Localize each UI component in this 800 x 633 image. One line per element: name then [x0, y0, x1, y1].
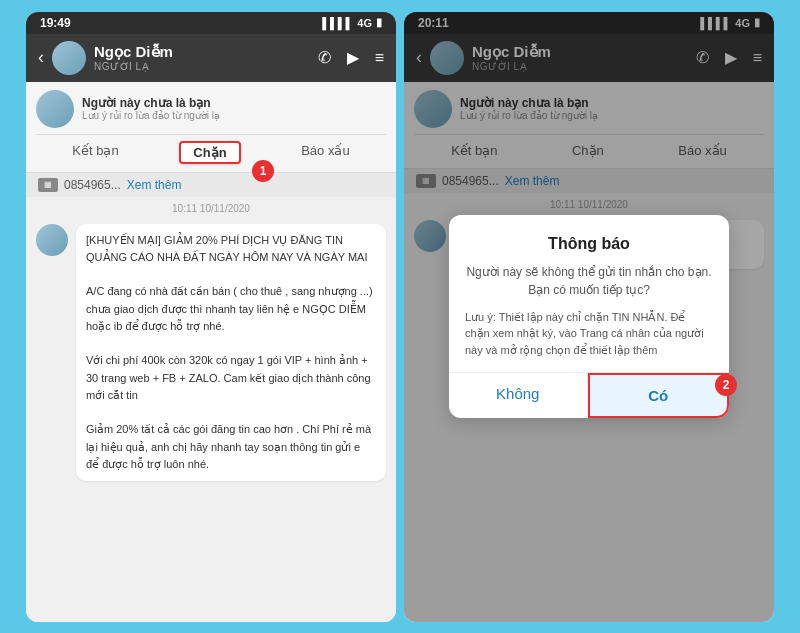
screen-1: 19:49 ▌▌▌▌ 4G ▮ ‹ Ngọc Diễm NGƯỜI LẠ ✆ ▶… [26, 12, 396, 622]
stranger-bar-1: Người này chưa là bạn Lưu ý rủi ro lừa đ… [26, 82, 396, 173]
stranger-subtitle-1: Lưu ý rủi ro lừa đảo từ người lạ [82, 110, 386, 121]
step-badge-2: 2 [715, 374, 737, 396]
xem-them-1[interactable]: Xem thêm [127, 178, 182, 192]
back-button-1[interactable]: ‹ [38, 47, 44, 68]
battery-icon-1: ▮ [376, 16, 382, 29]
step-badge-1: 1 [252, 160, 274, 182]
nav-bar-1: ‹ Ngọc Diễm NGƯỜI LẠ ✆ ▶ ≡ [26, 34, 396, 82]
dialog-note: Lưu ý: Thiết lập này chỉ chặn TIN NHẮN. … [465, 309, 713, 359]
screen-2: 20:11 ▌▌▌▌ 4G ▮ ‹ Ngọc Diễm NGƯỜI LẠ ✆ ▶… [404, 12, 774, 622]
phone-icon-1: ▦ [38, 178, 58, 192]
status-icons-1: ▌▌▌▌ 4G ▮ [322, 16, 382, 29]
btn-block-1[interactable]: Chặn [179, 141, 240, 164]
dialog-box: Thông báo Người này sẽ không thể gửi tin… [449, 215, 729, 419]
nav-icons-1: ✆ ▶ ≡ [318, 48, 384, 67]
signal-icon-1: ▌▌▌▌ [322, 17, 353, 29]
dialog-overlay: Thông báo Người này sẽ không thể gửi tin… [404, 12, 774, 622]
call-icon-1[interactable]: ✆ [318, 48, 331, 67]
msg-avatar-1 [36, 224, 68, 256]
stranger-bar-top-1: Người này chưa là bạn Lưu ý rủi ro lừa đ… [36, 90, 386, 128]
phone-number-1: 0854965... [64, 178, 121, 192]
timestamp-1: 10:11 10/11/2020 [26, 197, 396, 220]
network-label-1: 4G [357, 17, 372, 29]
chat-body-1: [KHUYẾN MẠI] GIẢM 20% PHÍ DỊCH VỤ ĐĂNG T… [26, 220, 396, 622]
stranger-avatar-1 [36, 90, 74, 128]
dialog-cancel-button[interactable]: Không [449, 373, 588, 418]
status-bar-1: 19:49 ▌▌▌▌ 4G ▮ [26, 12, 396, 34]
stranger-actions-1: Kết bạn Chặn Báo xấu [36, 134, 386, 164]
btn-friend-1[interactable]: Kết bạn [60, 141, 130, 164]
phone-number-bar-1: ▦ 0854965... Xem thêm [26, 173, 396, 197]
message-bubble-1: [KHUYẾN MẠI] GIẢM 20% PHÍ DỊCH VỤ ĐĂNG T… [76, 224, 386, 482]
stranger-text-1: Người này chưa là bạn Lưu ý rủi ro lừa đ… [82, 96, 386, 121]
dialog-confirm-button[interactable]: Có [588, 373, 730, 418]
message-text-1: [KHUYẾN MẠI] GIẢM 20% PHÍ DỊCH VỤ ĐĂNG T… [86, 234, 373, 470]
stranger-title-1: Người này chưa là bạn [82, 96, 386, 110]
nav-subtitle-1: NGƯỜI LẠ [94, 61, 310, 72]
dialog-actions: Không Có [449, 372, 729, 418]
nav-info-1: Ngọc Diễm NGƯỜI LẠ [94, 43, 310, 72]
nav-avatar-1 [52, 41, 86, 75]
dialog-title: Thông báo [465, 235, 713, 253]
nav-name-1: Ngọc Diễm [94, 43, 310, 61]
btn-report-1[interactable]: Báo xấu [289, 141, 361, 164]
video-icon-1[interactable]: ▶ [347, 48, 359, 67]
status-time-1: 19:49 [40, 16, 71, 30]
dialog-body: Người này sẽ không thể gửi tin nhắn cho … [465, 263, 713, 299]
message-row-1: [KHUYẾN MẠI] GIẢM 20% PHÍ DỊCH VỤ ĐĂNG T… [36, 224, 386, 482]
menu-icon-1[interactable]: ≡ [375, 49, 384, 67]
